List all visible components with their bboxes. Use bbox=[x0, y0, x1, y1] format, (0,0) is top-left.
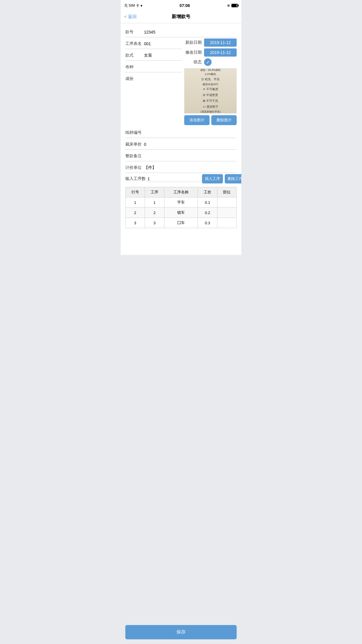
xiugai-label: 修改日期 bbox=[184, 50, 202, 55]
carrier-text: 无 SIM 卡 bbox=[124, 3, 139, 8]
process-input-section: 输入工序数 插入工序 删除工序 bbox=[125, 174, 237, 185]
status-right: ⊕ bbox=[227, 4, 238, 8]
process-table: 行号 工序 工序名称 工价 部位 1 1 平车 0.1 2 2 锁车 0.2 3… bbox=[125, 187, 237, 228]
cell-gongxu: 2 bbox=[145, 208, 164, 218]
back-button[interactable]: < 返回 bbox=[124, 14, 137, 20]
process-input-label: 输入工序数 bbox=[125, 176, 146, 181]
hang-icon: ▭ bbox=[203, 105, 205, 108]
xiugai-row: 修改日期 2019-11-12 bbox=[184, 48, 237, 57]
jijia-input[interactable] bbox=[143, 165, 237, 170]
zhiyang-label: 纸样编号 bbox=[125, 130, 143, 135]
label-iron-row: ⊟ 中温熨烫 bbox=[203, 93, 218, 97]
page-title: 新增款号 bbox=[172, 14, 190, 20]
table-row[interactable]: 1 1 平车 0.1 bbox=[126, 197, 237, 208]
cell-buwi bbox=[217, 197, 236, 208]
chengfen-label: 成份 bbox=[125, 76, 143, 81]
cell-name: 囗车 bbox=[164, 218, 198, 228]
table-header-buwi: 部位 bbox=[217, 187, 236, 197]
clothing-image-area: 成份：95.8%涤纶 4.2%氨纶 ⊡ 机洗、手洗 最高水温30℃ ✕ 不可氯漂… bbox=[184, 68, 237, 113]
cell-gongxu: 1 bbox=[145, 197, 164, 208]
wifi-icon: ▾ bbox=[140, 4, 143, 8]
wash-icon: ⊡ bbox=[201, 78, 204, 81]
add-image-button[interactable]: 添加图片 bbox=[184, 115, 210, 125]
jijia-row: 计价单位 bbox=[125, 162, 237, 173]
label-line-9: （深浅衣物分开洗） bbox=[199, 110, 222, 113]
caichuang-label: 裁床单价 bbox=[125, 142, 143, 147]
buzhong-row: 布种 bbox=[125, 62, 182, 72]
time-display: 07:06 bbox=[180, 3, 190, 8]
bleach-text: 不可氯漂 bbox=[206, 87, 218, 91]
xinkuan-label: 新款日期 bbox=[184, 40, 202, 45]
table-header-name: 工序名称 bbox=[164, 187, 198, 197]
beizhu-label: 整款备注 bbox=[125, 153, 143, 159]
cell-gongjia: 0.3 bbox=[198, 218, 217, 228]
bleach-icon: ✕ bbox=[203, 88, 205, 91]
label-bleach-row: ✕ 不可氯漂 bbox=[203, 87, 218, 91]
cell-buwi bbox=[217, 218, 236, 228]
table-header-gongxu: 工序 bbox=[145, 187, 164, 197]
table-row[interactable]: 2 2 锁车 0.2 bbox=[126, 208, 237, 218]
kuanhao-row: 款号 bbox=[125, 27, 237, 37]
iron-icon: ⊟ bbox=[203, 93, 205, 97]
status-bar: 无 SIM 卡 ▾ 07:06 ⊕ bbox=[121, 0, 241, 10]
image-buttons: 添加图片 删除图片 bbox=[184, 115, 237, 125]
xiugai-value[interactable]: 2019-11-12 bbox=[204, 48, 237, 57]
cell-hang: 3 bbox=[126, 218, 145, 228]
nav-bar: < 返回 新增款号 bbox=[121, 10, 241, 23]
process-buttons: 插入工序 删除工序 bbox=[202, 174, 241, 183]
insert-process-button[interactable]: 插入工序 bbox=[202, 174, 223, 183]
carrier-info: 无 SIM 卡 ▾ bbox=[124, 3, 143, 8]
right-col: 新款日期 2019-11-12 修改日期 2019-11-12 状态 ✓ 成份：… bbox=[184, 38, 237, 127]
zhiyang-row: 纸样编号 bbox=[125, 127, 237, 138]
delete-process-button[interactable]: 删除工序 bbox=[225, 174, 241, 183]
cell-hang: 2 bbox=[126, 208, 145, 218]
dry-icon: ⊠ bbox=[203, 99, 205, 102]
process-count-input[interactable] bbox=[146, 176, 200, 182]
cell-gongjia: 0.1 bbox=[198, 197, 217, 208]
label-wash-row: ⊡ 机洗、手洗 bbox=[201, 77, 219, 81]
kuanhao-label: 款号 bbox=[125, 29, 143, 35]
kuanhao-input[interactable] bbox=[143, 30, 237, 34]
label-dry-row: ⊠ 不可干洗 bbox=[203, 99, 218, 103]
location-icon: ⊕ bbox=[227, 4, 230, 8]
status-label: 状态 bbox=[184, 60, 202, 65]
two-col-section: 工序表名 款式 布种 成份 新款日期 2019-11-12 bbox=[125, 38, 237, 127]
delete-image-button[interactable]: 删除图片 bbox=[211, 115, 237, 125]
caichuang-row: 裁床单价 bbox=[125, 139, 237, 150]
beizhu-input[interactable] bbox=[143, 154, 237, 158]
label-line-2: 4.2%氨纶 bbox=[205, 72, 216, 76]
label-line-4: 最高水温30℃ bbox=[203, 82, 218, 86]
status-checkbox[interactable]: ✓ bbox=[204, 58, 212, 66]
main-content: 款号 工序表名 款式 布种 成份 bbox=[121, 23, 241, 255]
zhiyang-input[interactable] bbox=[143, 130, 237, 135]
kuanshi-row: 款式 bbox=[125, 50, 182, 61]
xinkuan-row: 新款日期 2019-11-12 bbox=[184, 38, 237, 47]
label-hang-row: ▭ 悬挂晾干 bbox=[203, 105, 218, 109]
battery-icon bbox=[231, 4, 238, 7]
cell-buwi bbox=[217, 208, 236, 218]
status-row: 状态 ✓ bbox=[184, 58, 237, 66]
clothing-label: 成份：95.8%涤纶 4.2%氨纶 ⊡ 机洗、手洗 最高水温30℃ ✕ 不可氯漂… bbox=[184, 69, 236, 113]
cell-name: 平车 bbox=[164, 197, 198, 208]
left-col: 工序表名 款式 布种 成份 bbox=[125, 38, 182, 127]
iron-text: 中温熨烫 bbox=[206, 93, 218, 97]
hang-text: 悬挂晾干 bbox=[207, 105, 218, 109]
chengfen-row: 成份 bbox=[125, 74, 182, 84]
cell-gongxu: 3 bbox=[145, 218, 164, 228]
buzhong-label: 布种 bbox=[125, 64, 143, 70]
kuanshi-label: 款式 bbox=[125, 53, 143, 58]
caichuang-input[interactable] bbox=[143, 142, 237, 147]
table-row[interactable]: 3 3 囗车 0.3 bbox=[126, 218, 237, 228]
cell-hang: 1 bbox=[126, 197, 145, 208]
jijia-label: 计价单位 bbox=[125, 165, 143, 170]
gongxu-label: 工序表名 bbox=[125, 41, 143, 46]
label-line-1: 成份：95.8%涤纶 bbox=[200, 68, 221, 72]
table-header-hang: 行号 bbox=[126, 187, 145, 197]
cell-name: 锁车 bbox=[164, 208, 198, 218]
gongxu-row: 工序表名 bbox=[125, 38, 182, 49]
table-header-gongjia: 工价 bbox=[198, 187, 217, 197]
xinkuan-value[interactable]: 2019-11-12 bbox=[204, 38, 237, 47]
wash-text: 机洗、手洗 bbox=[205, 77, 219, 81]
cell-gongjia: 0.2 bbox=[198, 208, 217, 218]
dry-text: 不可干洗 bbox=[206, 99, 218, 103]
